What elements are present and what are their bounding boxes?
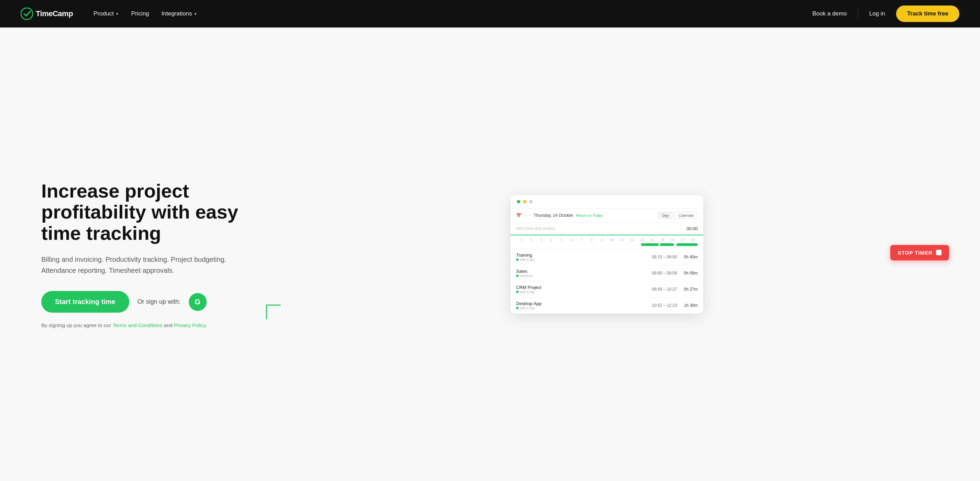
- mockup-nav-date: Thursday, 14 October: [534, 213, 573, 218]
- logo-link[interactable]: TimeCamp: [21, 8, 73, 20]
- nav-product[interactable]: Product ▼: [94, 10, 119, 17]
- task-placeholder: elect task and project: [516, 226, 682, 231]
- signup-label: Or sign up with:: [138, 298, 181, 305]
- entry-duration: 0h 45m: [684, 255, 698, 259]
- hero-section: Increase project profitability with easy…: [0, 27, 980, 481]
- entry-tag: services: [516, 274, 645, 278]
- entry-range: 10:52 – 12:23: [652, 303, 677, 308]
- logo-text: TimeCamp: [36, 9, 73, 18]
- terms-text: By signing up you agree to our Terms and…: [41, 322, 255, 328]
- mockup-nav-right: Day Calendar: [659, 212, 698, 219]
- nav-login[interactable]: Log in: [869, 10, 885, 17]
- start-tracking-button[interactable]: Start tracking time: [41, 291, 129, 313]
- chevron-down-icon: ▼: [194, 12, 197, 16]
- entry-range: 09:59 – 10:27: [652, 287, 677, 292]
- mockup-cal-icon: 📅: [516, 213, 521, 218]
- entry-duration: 0h 27m: [684, 287, 698, 292]
- stop-timer-label: SToP TIMER: [898, 250, 932, 256]
- entry-name: CRM Project: [516, 285, 645, 290]
- entry-left: Sales services: [516, 269, 645, 278]
- entry-name: Sales: [516, 269, 645, 274]
- stop-icon: [936, 250, 942, 255]
- entry-left: CRM Project add a tag: [516, 285, 645, 294]
- table-row: Training add a tag 08:15 – 09:00 0h 45m: [511, 249, 703, 265]
- entry-name: Training: [516, 252, 645, 258]
- nav-book-demo[interactable]: Book a demo: [812, 10, 846, 17]
- corner-decoration: [265, 303, 282, 321]
- stop-timer-badge[interactable]: SToP TIMER: [890, 245, 949, 260]
- entry-tag: add a tag: [516, 258, 645, 262]
- entry-tag: add a tag: [516, 306, 645, 310]
- task-time: 00:00: [686, 226, 698, 231]
- svg-point-0: [21, 8, 33, 20]
- entry-left: Desktop App add a tag: [516, 301, 645, 310]
- hero-subtitle: Billing and invoicing. Productivity trac…: [41, 254, 255, 276]
- entry-range: 09:00 – 09:58: [652, 271, 677, 276]
- view-calendar-button[interactable]: Calendar: [675, 212, 698, 219]
- hero-content: Increase project profitability with easy…: [41, 180, 255, 329]
- mockup-nav-return[interactable]: Return to Today: [576, 213, 603, 217]
- privacy-link[interactable]: Privacy Policy: [174, 322, 206, 328]
- entry-range: 08:15 – 09:00: [652, 255, 677, 259]
- hero-title: Increase project profitability with easy…: [41, 180, 255, 244]
- entry-duration: 1h 30m: [684, 303, 698, 308]
- google-signup-button[interactable]: G: [189, 293, 207, 311]
- dot-yellow: [523, 200, 527, 203]
- entry-left: Training add a tag: [516, 252, 645, 262]
- entry-name: Desktop App: [516, 301, 645, 306]
- mockup-next-icon[interactable]: ›: [530, 213, 531, 218]
- logo-icon: [21, 8, 33, 20]
- mockup-nav: 📅 ‹ › Thursday, 14 October Return to Tod…: [511, 208, 703, 223]
- nav-integrations[interactable]: Integrations ▼: [162, 10, 197, 17]
- entry-tag: add a tag: [516, 290, 645, 294]
- dot-green: [517, 200, 520, 203]
- hero-cta-row: Start tracking time Or sign up with: G: [41, 291, 255, 313]
- navbar: TimeCamp Product ▼ Pricing Integrations …: [0, 0, 980, 27]
- mockup-entries: Training add a tag 08:15 – 09:00 0h 45m …: [511, 249, 703, 314]
- mockup-prev-icon[interactable]: ‹: [525, 213, 527, 218]
- mockup-titlebar: [511, 195, 703, 208]
- nav-pricing[interactable]: Pricing: [131, 10, 149, 17]
- table-row: Sales services 09:00 – 09:58 0h 58m: [511, 265, 703, 281]
- nav-divider: [858, 9, 858, 19]
- table-row: Desktop App add a tag 10:52 – 12:23 1h 3…: [511, 297, 703, 314]
- mockup-timeline: 1 2 3 4 5 6 7 8 9 10 11 12 13 14: [511, 235, 703, 249]
- entry-duration: 0h 58m: [684, 271, 698, 276]
- hero-mockup-container: 📅 ‹ › Thursday, 14 October Return to Tod…: [275, 195, 939, 314]
- table-row: CRM Project add a tag 09:59 – 10:27 0h 2…: [511, 281, 703, 297]
- view-day-button[interactable]: Day: [659, 212, 673, 219]
- nav-links: Product ▼ Pricing Integrations ▼: [94, 10, 197, 17]
- mockup-task-input[interactable]: elect task and project 00:00: [511, 223, 703, 235]
- app-mockup: 📅 ‹ › Thursday, 14 October Return to Tod…: [511, 195, 703, 314]
- terms-link[interactable]: Terms and Conditions: [113, 322, 162, 328]
- track-time-free-button[interactable]: Track time free: [896, 5, 959, 22]
- nav-right: Book a demo Log in Track time free: [812, 5, 959, 22]
- chevron-down-icon: ▼: [116, 12, 119, 16]
- dot-gray: [529, 200, 533, 203]
